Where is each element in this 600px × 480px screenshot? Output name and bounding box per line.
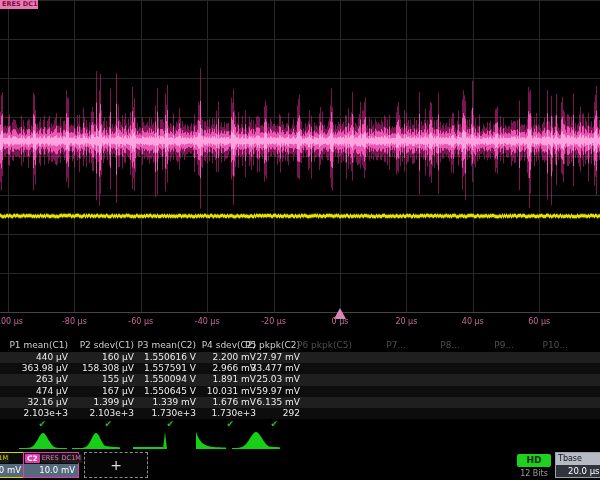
measure-cell: 440 µV — [2, 352, 68, 363]
axis-tick-label: 60 µs — [528, 317, 550, 326]
waveform-canvas[interactable] — [0, 0, 600, 320]
axis-tick-label: 0 µs — [332, 317, 349, 326]
measurement-table: P1 mean(C1)P2 sdev(C1)P3 mean(C2)P4 sdev… — [0, 336, 600, 430]
measure-cell: 32.16 µV — [2, 397, 68, 408]
tbase-value: 20.0 µs — [556, 465, 600, 478]
timebase-axis: -100 µs-80 µs-60 µs-40 µs-20 µs0 µs20 µs… — [0, 313, 600, 336]
axis-tick-label: -40 µs — [195, 317, 220, 326]
measure-status-check: ✔ — [234, 419, 278, 430]
measure-cell: 1.730e+3 — [130, 408, 196, 419]
measure-cell: 1.550645 V — [130, 386, 196, 397]
measure-header-p11[interactable]: P11 — [556, 340, 600, 351]
c2-scale-value: 10.0 mV — [24, 464, 78, 477]
channel-descriptor-c1[interactable]: C1 DC1M 50.0 mV — [0, 452, 25, 478]
measure-cell: 1.399 µV — [68, 397, 134, 408]
measure-cell: 1.339 mV — [130, 397, 196, 408]
axis-tick-label: -60 µs — [128, 317, 153, 326]
measure-status-check: ✔ — [190, 419, 234, 430]
oscilloscope-screen: ERES DC1M -100 µs-80 µs-60 µs-40 µs-20 µ… — [0, 0, 600, 480]
measure-status-check: ✔ — [2, 419, 46, 430]
measure-cell: 59.97 mV — [234, 386, 300, 397]
measure-cell: 1.557591 V — [130, 363, 196, 374]
measure-cell: 1.550094 V — [130, 374, 196, 385]
measure-header-p3[interactable]: P3 mean(C2) — [130, 340, 196, 351]
hd-mode-badge[interactable]: HD — [517, 454, 551, 467]
measure-cell: 263 µV — [2, 374, 68, 385]
axis-tick-label: -80 µs — [62, 317, 87, 326]
plus-icon: + — [110, 457, 122, 473]
axis-tick-label: -100 µs — [0, 317, 23, 326]
c2-eres-tag: ERES — [41, 454, 60, 463]
tbase-label: Tbase — [556, 453, 600, 465]
measure-cell: 27.97 mV — [234, 352, 300, 363]
measure-cell: 33.477 mV — [234, 363, 300, 374]
measure-cell: 2.103e+3 — [2, 408, 68, 419]
histicon-row — [0, 430, 600, 452]
bottom-bar: C1 DC1M 50.0 mV C2 ERES DC1M 10.0 mV + H… — [0, 452, 600, 480]
measure-header-p2[interactable]: P2 sdev(C1) — [68, 340, 134, 351]
measure-status-check: ✔ — [130, 419, 174, 430]
measure-cell: 6.135 mV — [234, 397, 300, 408]
measure-header-p1[interactable]: P1 mean(C1) — [2, 340, 68, 351]
trace-annotation-badge: ERES DC1M — [0, 0, 38, 9]
measure-cell: 474 µV — [2, 386, 68, 397]
measure-status-check: ✔ — [68, 419, 112, 430]
axis-tick-label: 40 µs — [462, 317, 484, 326]
axis-tick-label: 20 µs — [395, 317, 417, 326]
measure-cell: 1.550616 V — [130, 352, 196, 363]
waveform-display[interactable]: ERES DC1M — [0, 0, 600, 320]
c1-coupling-tag: DC1M — [0, 454, 9, 463]
c2-coupling-tag: DC1M — [61, 454, 82, 463]
measure-cell: 158.308 µV — [68, 363, 134, 374]
axis-tick-label: -20 µs — [261, 317, 286, 326]
measure-cell: 167 µV — [68, 386, 134, 397]
hd-bits-label: 12 Bits — [515, 469, 553, 478]
measure-cell: 2.103e+3 — [68, 408, 134, 419]
measure-cell: 292 — [234, 408, 300, 419]
measure-cell: 363.98 µV — [2, 363, 68, 374]
add-trace-button[interactable]: + — [84, 452, 148, 478]
measure-cell: 160 µV — [68, 352, 134, 363]
measure-cell: 25.03 mV — [234, 374, 300, 385]
measure-cell: 155 µV — [68, 374, 134, 385]
timebase-descriptor[interactable]: Tbase 20.0 µs — [555, 452, 600, 478]
channel-descriptor-c2[interactable]: C2 ERES DC1M 10.0 mV — [23, 452, 79, 478]
histicons-canvas — [0, 430, 600, 452]
c2-badge: C2 — [25, 454, 40, 463]
c1-scale-value: 50.0 mV — [0, 464, 24, 477]
